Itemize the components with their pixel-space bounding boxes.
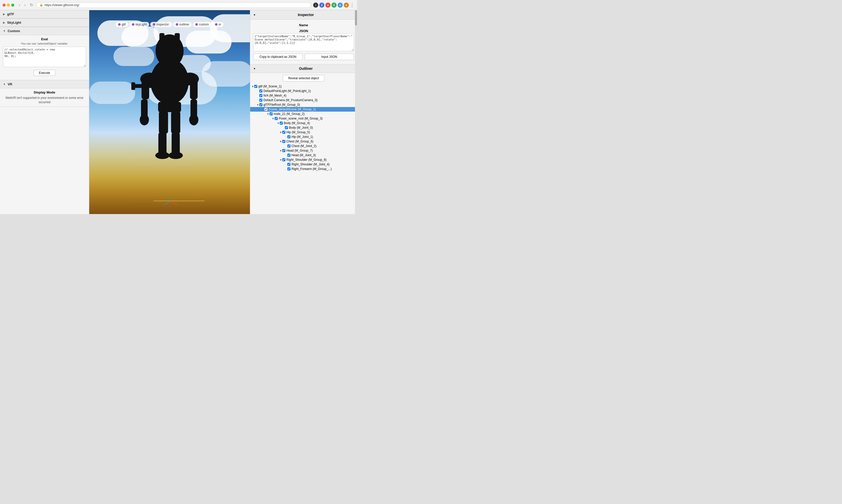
tab-label-custom: custom xyxy=(199,23,209,26)
viewport[interactable] xyxy=(89,10,250,214)
tree-item-gltf-root[interactable]: ▼ gltf (M_Scene_1) xyxy=(251,84,356,89)
minimize-button[interactable] xyxy=(7,4,10,7)
checkbox-mesh-4[interactable] xyxy=(259,94,262,97)
ext-2: Z xyxy=(319,3,324,8)
vr-header[interactable]: ▼ VR xyxy=(0,80,89,88)
custom-title: Custom xyxy=(8,29,20,33)
input-json-button[interactable]: Input JSON xyxy=(305,54,354,60)
checkbox-right-shoulder-group[interactable] xyxy=(282,158,285,161)
svg-point-18 xyxy=(155,152,170,159)
tree-item-body-group[interactable]: ▼ Body (M_Group_4) xyxy=(251,121,356,125)
ext-6: ● xyxy=(344,3,349,8)
right-panel: ▼ Inspector Name JSON {"targetInstanceNa… xyxy=(250,10,357,214)
checkbox-point-light[interactable] xyxy=(259,89,262,92)
scrollbar-thumb[interactable] xyxy=(355,10,357,25)
copy-json-button[interactable]: Copy to clipboard as JSON xyxy=(253,54,303,60)
toggle-node-21: ▼ xyxy=(266,113,269,115)
custom-arrow: ▼ xyxy=(3,30,6,32)
tree-item-head-group[interactable]: ▼ Head (M_Group_7) xyxy=(251,148,356,153)
address-bar[interactable]: 🔒 https://viewer.glboost.org/ xyxy=(36,2,311,8)
checkbox-scene-default[interactable] xyxy=(264,108,267,111)
lock-icon: 🔒 xyxy=(39,3,43,7)
checkbox-gltf-file-root[interactable] xyxy=(259,103,262,106)
tree-item-mesh-4[interactable]: N/A (M_Mesh_4) xyxy=(251,93,356,98)
label-head-group: Head (M_Group_7) xyxy=(286,149,313,152)
tree-item-chest-group[interactable]: ▼ Chest (M_Group_6) xyxy=(251,139,356,144)
tree-item-scene-default[interactable]: Scene_defaultScene (M_Group_1) xyxy=(250,107,357,112)
label-right-shoulder-group: Right_Shoulder (M_Group_8) xyxy=(286,158,327,162)
tab-label-outliner: outliner xyxy=(179,23,189,26)
name-label: Name xyxy=(253,22,354,28)
main-layout: gltf skyLight inspector: outliner custom… xyxy=(0,10,357,214)
tab-dot-outliner xyxy=(176,23,178,26)
checkbox-head-joint[interactable] xyxy=(287,154,291,157)
outliner-title: Outliner xyxy=(258,67,354,71)
viewport-background xyxy=(89,10,250,214)
skylight-header[interactable]: ▶ SkyLight xyxy=(0,19,89,27)
maximize-button[interactable] xyxy=(11,4,14,7)
checkbox-right-forearm[interactable] xyxy=(287,167,291,170)
custom-section: ▼ Custom Eval You can use 'selectedObjec… xyxy=(0,27,89,80)
back-button[interactable]: ‹ xyxy=(18,2,21,8)
tree-item-right-shoulder-group[interactable]: ▼ Right_Shoulder (M_Group_8) xyxy=(251,158,356,162)
inspector-content: Name JSON {"targetInstanceName":"M_Group… xyxy=(250,20,357,64)
tab-dot-skylight xyxy=(132,23,134,26)
outliner-section: ▼ Outliner Reveal selected object ▼ gltf… xyxy=(250,64,357,172)
eval-label: Eval xyxy=(3,37,86,41)
tab-gltf[interactable]: gltf xyxy=(116,22,128,27)
tab-custom[interactable]: custom xyxy=(193,22,211,27)
checkbox-body-joint[interactable] xyxy=(285,126,288,129)
tab-dot-inspector xyxy=(153,23,155,26)
custom-header[interactable]: ▼ Custom xyxy=(0,27,89,35)
tree-item-body-joint[interactable]: Body (M_Joint_0) xyxy=(251,125,356,130)
tree-item-right-forearm[interactable]: Right_Forearm (M_Group_...) xyxy=(251,167,356,171)
checkbox-hip-group[interactable] xyxy=(282,131,285,134)
menu-button[interactable]: ⋮ xyxy=(350,2,354,8)
inspector-header[interactable]: ▼ Inspector xyxy=(250,10,357,20)
label-node-21: node_21 (M_Group_2) xyxy=(274,112,304,116)
checkbox-camera[interactable] xyxy=(259,98,262,102)
tree-item-right-shoulder-joint[interactable]: Right_Shoulder (M_Joint_4) xyxy=(251,162,356,167)
tab-skylight[interactable]: skyLight xyxy=(129,22,149,27)
execute-button[interactable]: Execute xyxy=(34,70,55,76)
reload-button[interactable]: ↻ xyxy=(29,2,34,8)
tree-item-chest-joint[interactable]: Chest (M_Joint_2) xyxy=(251,144,356,148)
gltf-header[interactable]: ▶ gITF xyxy=(0,10,89,18)
tree-item-camera[interactable]: Default Camera (M_FrustumCamera_0) xyxy=(251,98,356,103)
checkbox-body-group[interactable] xyxy=(280,122,283,125)
skylight-title: SkyLight xyxy=(7,21,21,24)
tab-outliner[interactable]: outliner xyxy=(173,22,192,27)
tree-item-hip-group[interactable]: ▼ Hip (M_Group_5) xyxy=(251,130,356,134)
checkbox-chest-joint[interactable] xyxy=(287,144,291,147)
svg-rect-16 xyxy=(158,132,166,154)
inspector-arrow: ▼ xyxy=(253,14,256,16)
checkbox-head-group[interactable] xyxy=(282,149,285,152)
reveal-selected-button[interactable]: Reveal selected object xyxy=(283,75,324,82)
url-text: https://viewer.glboost.org/ xyxy=(45,3,79,7)
checkbox-gltf-root[interactable] xyxy=(254,85,257,88)
toggle-right-shoulder-group: ▼ xyxy=(279,159,282,161)
forward-button[interactable]: › xyxy=(23,2,27,8)
tree-item-node-21[interactable]: ▼ node_21 (M_Group_2) xyxy=(251,112,356,116)
tab-vr[interactable]: vr xyxy=(212,22,224,27)
tree-item-head-joint[interactable]: Head (M_Joint_3) xyxy=(251,153,356,158)
skylight-section: ▶ SkyLight xyxy=(0,19,89,27)
left-panel: ▶ gITF ▶ SkyLight ▼ Custom Eval You can … xyxy=(0,10,89,214)
checkbox-node-21[interactable] xyxy=(269,112,273,115)
close-button[interactable] xyxy=(3,4,6,7)
tree-item-poser-root[interactable]: ▼ Poser_scene_root (M_Group_3) xyxy=(251,116,356,121)
checkbox-poser-root[interactable] xyxy=(275,117,278,120)
checkbox-chest-group[interactable] xyxy=(282,140,285,143)
checkbox-hip-joint[interactable] xyxy=(287,135,291,138)
outliner-header[interactable]: ▼ Outliner xyxy=(250,64,357,73)
checkbox-right-shoulder-joint[interactable] xyxy=(287,163,291,166)
reveal-btn-container: Reveal selected object xyxy=(250,75,357,82)
eval-textarea[interactable]: // selectedObject.rotate = new GLBoost.V… xyxy=(3,47,86,67)
tab-inspector[interactable]: inspector: xyxy=(150,22,172,27)
json-textarea[interactable]: {"targetInstanceName":"M_Group_1","targe… xyxy=(253,33,354,51)
vr-title: VR xyxy=(8,82,12,86)
tree-item-point-light[interactable]: DefaultPointLight (M_PointLight_1) xyxy=(251,89,356,93)
tree-item-hip-joint[interactable]: Hip (M_Joint_1) xyxy=(251,134,356,139)
label-chest-joint: Chest (M_Joint_2) xyxy=(292,144,316,148)
tree-item-gltf-file-root[interactable]: ▼ glTFFileRoot (M_Group_0) xyxy=(251,103,356,107)
